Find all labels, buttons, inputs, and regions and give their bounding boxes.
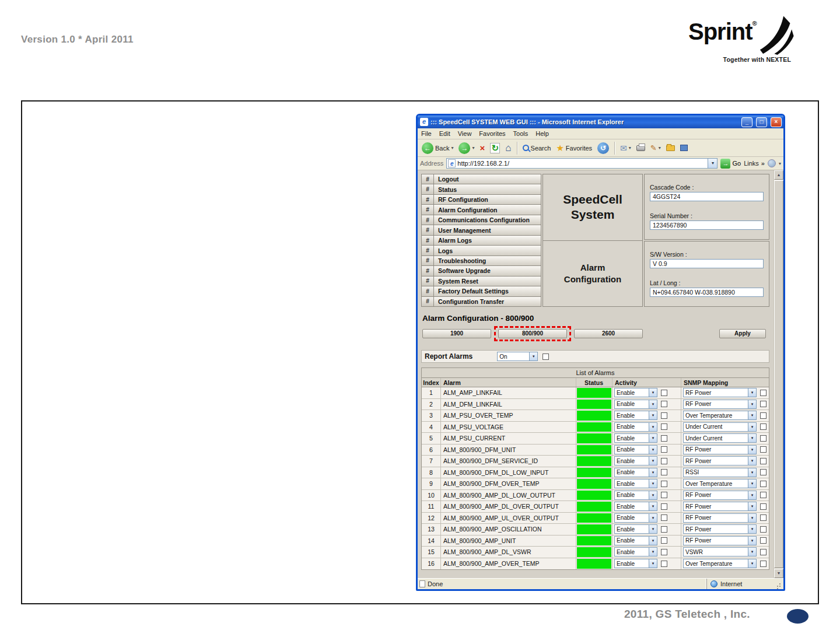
nav-item[interactable]: # Status [422,184,541,194]
history-button[interactable]: ↺ [596,142,610,155]
snmp-checkbox[interactable] [760,537,766,544]
activity-checkbox[interactable] [661,458,667,464]
edit-dropdown-icon[interactable]: ▾ [659,145,661,150]
activity-select[interactable]: Enable ▾ [614,468,657,477]
menu-item[interactable]: Edit [439,130,450,137]
snmp-mapping-select[interactable]: RF Power ▾ [683,502,757,511]
edit-button[interactable]: ✎ ▾ [649,143,662,153]
activity-checkbox[interactable] [661,390,667,396]
snmp-mapping-select[interactable]: Under Current ▾ [683,422,757,432]
menu-item[interactable]: View [458,130,472,137]
mail-dropdown-icon[interactable]: ▾ [629,145,631,150]
snmp-mapping-select[interactable]: RF Power ▾ [683,388,757,397]
activity-checkbox[interactable] [661,561,667,567]
activity-select[interactable]: Enable ▾ [614,513,657,523]
menu-item[interactable]: Favorites [479,130,505,137]
snmp-mapping-select[interactable]: RSSI ▾ [683,468,757,477]
nav-item[interactable]: # Factory Default Settings [422,286,541,296]
snmp-checkbox[interactable] [760,481,766,487]
activity-select[interactable]: Enable ▾ [614,445,657,454]
snmp-checkbox[interactable] [760,446,766,453]
activity-checkbox[interactable] [661,481,667,487]
favorites-button[interactable]: ★ Favorites [555,142,593,154]
snmp-mapping-select[interactable]: RF Power ▾ [683,456,757,466]
cascade-code-input[interactable]: 4GGST24 [650,192,764,201]
band-button-2600[interactable]: 2600 [574,329,643,338]
scrollbar-thumb[interactable] [774,180,783,568]
mail-button[interactable]: ✉ ▾ [619,143,632,153]
nav-item[interactable]: # Troubleshooting [422,256,541,266]
back-button[interactable]: ← Back ▾ [421,142,454,155]
back-dropdown-icon[interactable]: ▾ [451,145,453,150]
serial-number-input[interactable]: 1234567890 [650,220,764,230]
print-button[interactable] [635,145,646,152]
activity-select[interactable]: Enable ▾ [614,536,657,545]
minimize-button[interactable]: _ [741,117,752,127]
discuss-button[interactable] [679,144,689,152]
activity-checkbox[interactable] [661,526,667,533]
scroll-down-button[interactable]: ▼ [774,569,783,578]
report-alarms-select[interactable]: On ▾ [497,352,538,361]
links-dropdown-icon[interactable]: ▾ [779,161,781,166]
nav-item[interactable]: # Alarm Configuration [422,205,541,215]
snmp-checkbox[interactable] [760,561,766,567]
apply-button[interactable]: Apply [719,329,766,338]
snmp-mapping-select[interactable]: Under Current ▾ [683,433,757,443]
nav-item[interactable]: # Logout [422,174,541,184]
vertical-scrollbar[interactable]: ▲ ▼ [774,170,783,578]
nav-item[interactable]: # RF Configuration [422,195,541,205]
activity-checkbox[interactable] [661,412,667,419]
snmp-checkbox[interactable] [760,514,766,521]
menu-item[interactable]: Tools [513,130,528,137]
activity-checkbox[interactable] [661,492,667,498]
lat-long-input[interactable]: N+094.657840 W-038.918890 [650,288,764,297]
address-input[interactable] [456,160,708,167]
snmp-mapping-select[interactable]: RF Power ▾ [683,513,757,523]
nav-item[interactable]: # Configuration Transfer [422,297,541,306]
activity-select[interactable]: Enable ▾ [614,479,657,488]
snmp-mapping-select[interactable]: RF Power ▾ [683,536,757,545]
stop-button[interactable]: × [479,142,487,154]
activity-select[interactable]: Enable ▾ [614,502,657,511]
close-button[interactable]: × [771,117,782,127]
snmp-checkbox[interactable] [760,458,766,464]
links-button[interactable]: Links » [744,160,765,167]
activity-checkbox[interactable] [661,514,667,521]
band-button-1900[interactable]: 1900 [422,329,491,338]
nav-item[interactable]: # Logs [422,246,541,256]
band-button-800-900[interactable]: 800/900 [498,329,567,338]
snmp-mapping-select[interactable]: RF Power ▾ [683,445,757,454]
snmp-mapping-select[interactable]: RF Power ▾ [683,524,757,534]
maximize-button[interactable]: □ [756,117,767,127]
nav-item[interactable]: # System Reset [422,276,541,286]
snmp-checkbox[interactable] [760,435,766,442]
activity-checkbox[interactable] [661,401,667,407]
snmp-mapping-select[interactable]: VSWR ▾ [683,547,757,556]
activity-checkbox[interactable] [661,446,667,453]
search-button[interactable]: Search [522,144,552,152]
activity-select[interactable]: Enable ▾ [614,400,657,409]
activity-checkbox[interactable] [661,435,667,442]
snmp-mapping-select[interactable]: RF Power ▾ [683,400,757,409]
activity-checkbox[interactable] [661,503,667,510]
snmp-checkbox[interactable] [760,424,766,430]
snmp-checkbox[interactable] [760,549,766,555]
messenger-button[interactable] [665,145,676,152]
activity-checkbox[interactable] [661,549,667,555]
resize-grip[interactable] [774,580,782,588]
forward-dropdown-icon[interactable]: ▾ [472,145,474,150]
snmp-mapping-select[interactable]: RF Power ▾ [683,491,757,500]
activity-select[interactable]: Enable ▾ [614,547,657,556]
nav-item[interactable]: # Software Upgrade [422,266,541,276]
activity-checkbox[interactable] [661,469,667,475]
activity-select[interactable]: Enable ▾ [614,491,657,500]
snmp-checkbox[interactable] [760,390,766,396]
activity-select[interactable]: Enable ▾ [614,411,657,420]
snmp-checkbox[interactable] [760,526,766,533]
go-button[interactable]: → Go [720,159,741,169]
report-alarms-checkbox[interactable] [542,354,549,360]
snmp-checkbox[interactable] [760,401,766,407]
snmp-checkbox[interactable] [760,412,766,419]
snmp-checkbox[interactable] [760,492,766,498]
snmp-mapping-select[interactable]: Over Temperature ▾ [683,559,757,568]
